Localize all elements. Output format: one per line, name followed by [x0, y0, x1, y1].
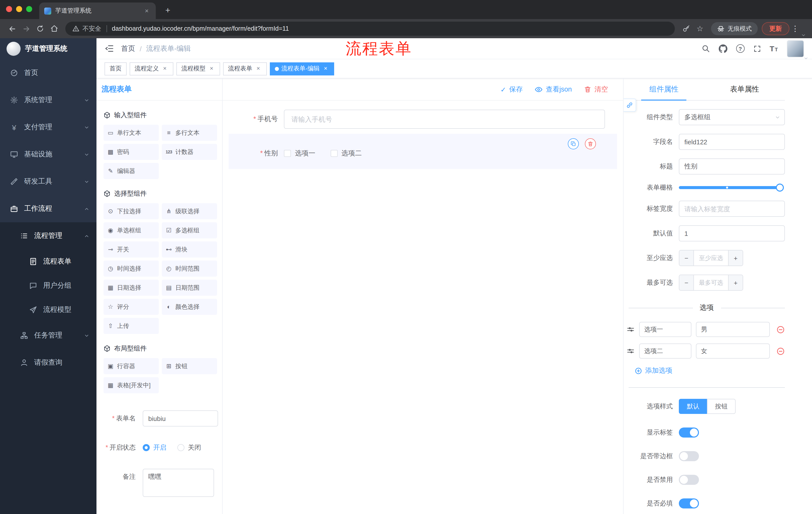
window-close-button[interactable]	[6, 6, 12, 12]
component-single-text[interactable]: ▭单行文本	[104, 125, 159, 141]
back-button[interactable]	[5, 22, 19, 36]
remove-option-icon[interactable]	[776, 347, 785, 355]
option2-value-input[interactable]	[696, 344, 770, 359]
component-select[interactable]: ⊙下拉选择	[104, 203, 159, 219]
option1-label-input[interactable]	[639, 322, 691, 337]
tab-close-icon[interactable]: ×	[143, 7, 151, 15]
avatar-caret-icon[interactable]	[804, 56, 809, 61]
window-zoom-button[interactable]	[26, 6, 32, 12]
sidebar-item-leave-query[interactable]: 请假查询	[0, 349, 96, 376]
chrome-caret-icon[interactable]	[801, 33, 806, 38]
drag-handle-icon[interactable]	[627, 347, 635, 355]
component-date-picker[interactable]: ▦日期选择	[104, 280, 159, 296]
sidebar-item-process-mgmt[interactable]: 流程管理	[0, 222, 96, 249]
bordered-toggle[interactable]	[679, 451, 699, 461]
sidebar-item-system[interactable]: 系统管理	[0, 86, 96, 114]
new-tab-button[interactable]: +	[162, 5, 174, 16]
forward-button[interactable]	[19, 22, 33, 36]
component-slider[interactable]: ⊷滑块	[162, 241, 217, 258]
sidebar-item-devtools[interactable]: 研发工具	[0, 168, 96, 195]
search-icon[interactable]	[701, 44, 710, 53]
duplicate-field-button[interactable]	[568, 138, 579, 150]
tab-component-props[interactable]: 组件属性	[624, 78, 704, 100]
stepper-decrease-button[interactable]: −	[679, 275, 694, 290]
github-icon[interactable]	[718, 44, 727, 53]
style-default-button[interactable]: 默认	[679, 399, 707, 414]
form-name-input[interactable]	[143, 410, 218, 427]
home-button[interactable]	[47, 22, 61, 36]
title-input[interactable]	[679, 158, 785, 174]
stepper-increase-button[interactable]: +	[728, 250, 743, 266]
delete-field-button[interactable]	[585, 138, 596, 150]
component-radio-group[interactable]: ◉单选框组	[104, 222, 159, 238]
breadcrumb-home-link[interactable]: 首页	[121, 44, 135, 53]
key-icon[interactable]	[679, 22, 693, 36]
gender-checkbox-option1[interactable]: 选项一	[284, 149, 315, 158]
browser-menu-button[interactable]: ⋮	[791, 24, 799, 33]
browser-update-button[interactable]: 更新	[762, 22, 789, 35]
slider-handle[interactable]	[776, 184, 784, 192]
tag-close-icon[interactable]: ×	[208, 65, 215, 72]
max-select-value[interactable]: 最多可选	[694, 275, 728, 290]
default-value-input[interactable]	[679, 225, 785, 241]
status-radio-off[interactable]: 关闭	[177, 443, 201, 452]
sidebar-item-user-group[interactable]: 用户分组	[0, 274, 96, 298]
bookmark-star-icon[interactable]: ☆	[693, 22, 707, 36]
canvas-field-gender-selected[interactable]: 性别 选项一 选项二	[229, 134, 617, 169]
browser-tab[interactable]: 芋道管理系统 ×	[39, 2, 156, 19]
clear-button[interactable]: 清空	[584, 85, 608, 94]
sidebar-item-home[interactable]: 首页	[0, 59, 96, 86]
component-counter[interactable]: 123计数器	[162, 144, 217, 160]
component-cascader[interactable]: ⋔级联选择	[162, 203, 217, 219]
component-table[interactable]: ▦表格[开发中]	[104, 377, 159, 393]
add-option-button[interactable]: 添加选项	[635, 366, 785, 375]
tag-process-form-edit-active[interactable]: 流程表单-编辑 ×	[270, 62, 334, 75]
link-icon[interactable]	[623, 99, 636, 112]
grid-slider[interactable]	[679, 186, 780, 189]
component-multi-text[interactable]: ≡多行文本	[162, 125, 217, 141]
form-remark-textarea[interactable]: 嘿嘿	[143, 469, 214, 497]
tab-form-props[interactable]: 表单属性	[704, 78, 785, 100]
tag-close-icon[interactable]: ×	[255, 65, 262, 72]
component-switch[interactable]: ⊸开关	[104, 241, 159, 258]
component-checkbox-group[interactable]: ☑多选框组	[162, 222, 217, 238]
option1-value-input[interactable]	[696, 322, 770, 337]
sidebar-item-process-form[interactable]: 流程表单	[0, 249, 96, 274]
gender-checkbox-option2[interactable]: 选项二	[330, 149, 362, 158]
save-button[interactable]: ✓ 保存	[500, 85, 523, 94]
reload-button[interactable]	[33, 22, 47, 36]
tag-close-icon[interactable]: ×	[322, 65, 329, 72]
field-name-input[interactable]	[679, 134, 785, 150]
stepper-decrease-button[interactable]: −	[679, 250, 694, 266]
stepper-increase-button[interactable]: +	[728, 275, 743, 290]
view-json-button[interactable]: 查看json	[534, 85, 572, 94]
tag-process-definition[interactable]: 流程定义 ×	[129, 62, 173, 75]
sidebar-item-process-model[interactable]: 流程模型	[0, 298, 96, 322]
component-button[interactable]: ⊞按钮	[162, 358, 217, 374]
sidebar-item-infra[interactable]: 基础设施	[0, 141, 96, 168]
component-password[interactable]: ▩密码	[104, 144, 159, 160]
address-bar[interactable]: 不安全 dashboard.yudao.iocoder.cn/bpm/manag…	[65, 22, 675, 36]
window-minimize-button[interactable]	[16, 6, 22, 12]
component-date-range[interactable]: ▤日期范围	[162, 280, 217, 296]
status-radio-on[interactable]: 开启	[143, 443, 166, 452]
canvas-field-phone[interactable]: 手机号	[229, 110, 617, 129]
remove-option-icon[interactable]	[776, 325, 785, 334]
component-color-picker[interactable]: ◐颜色选择	[162, 299, 217, 315]
disabled-toggle[interactable]	[679, 475, 699, 485]
component-rate[interactable]: ☆评分	[104, 299, 159, 315]
component-time-range[interactable]: ◴时间范围	[162, 261, 217, 277]
min-select-value[interactable]: 至少应选	[694, 250, 728, 266]
tag-process-model[interactable]: 流程模型 ×	[176, 62, 220, 75]
component-editor[interactable]: ✎编辑器	[104, 163, 159, 179]
user-avatar[interactable]	[787, 40, 804, 57]
help-icon[interactable]: ?	[736, 44, 745, 53]
drag-handle-icon[interactable]	[627, 325, 635, 333]
component-type-select[interactable]: 多选框组	[679, 109, 785, 125]
sidebar-item-task-mgmt[interactable]: 任务管理	[0, 322, 96, 349]
component-row-container[interactable]: ▣行容器	[104, 358, 159, 374]
tag-process-form[interactable]: 流程表单 ×	[223, 62, 267, 75]
tag-home[interactable]: 首页	[105, 62, 127, 75]
sidebar-item-payment[interactable]: ¥ 支付管理	[0, 114, 96, 141]
required-toggle[interactable]	[679, 498, 699, 509]
